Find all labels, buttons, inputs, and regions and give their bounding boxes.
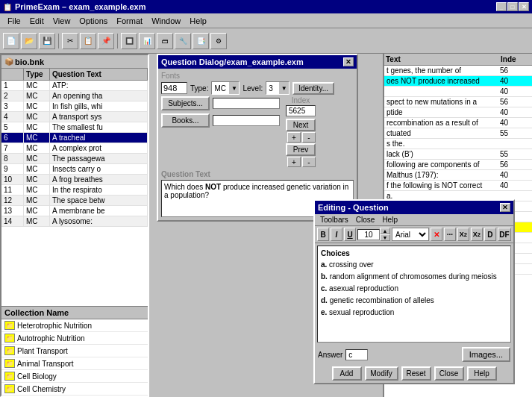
collection-item[interactable]: 📁 Heterotrophic Nutrition <box>1 319 148 332</box>
table-row[interactable]: 2 MC An opening tha <box>1 91 148 101</box>
tb4[interactable]: 📊 <box>139 33 155 49</box>
data-row[interactable]: recombination as a result of 40 <box>384 118 532 128</box>
table-row[interactable]: 3 MC In fish gills, whi <box>1 101 148 112</box>
collection-item[interactable]: 📁 Autotrophic Nutrition <box>1 332 148 345</box>
tb5[interactable]: 🗃 <box>157 33 173 49</box>
collection-item[interactable]: 📁 Cell Chemistry <box>1 383 148 396</box>
spinner-down[interactable]: ▼ <box>380 234 390 241</box>
subjects-input[interactable] <box>213 98 280 109</box>
tb6[interactable]: 🔧 <box>175 33 191 49</box>
table-row[interactable]: 5 MC The smallest fu <box>1 122 148 133</box>
table-row[interactable]: 9 MC Insects carry o <box>1 164 148 175</box>
type-arrow[interactable]: ▼ <box>228 82 239 94</box>
row-text: In the respirato <box>50 185 148 195</box>
new-btn[interactable]: 📄 <box>3 33 19 49</box>
subjects-button[interactable]: Subjects... <box>161 96 210 110</box>
close-btn[interactable]: ✕ <box>519 2 529 11</box>
data-row[interactable]: 40 <box>384 87 532 97</box>
row-num: 2 <box>1 91 24 101</box>
choices-content[interactable]: Choicesa. crossing overb. random alignme… <box>317 246 511 343</box>
table-row[interactable]: 8 MC The passagewa <box>1 154 148 164</box>
bold-btn[interactable]: B <box>317 228 329 241</box>
menu-edit[interactable]: Edit <box>25 15 48 27</box>
tb8[interactable]: ⚙ <box>210 33 227 49</box>
table-row[interactable]: 11 MC In the respirato <box>1 185 148 196</box>
next-button[interactable]: Next <box>286 119 316 131</box>
modify-button[interactable]: Modify <box>365 366 398 381</box>
d-btn[interactable]: D <box>484 228 496 241</box>
identity-button[interactable]: Identity... <box>292 82 334 95</box>
menu-options[interactable]: Options <box>75 15 112 27</box>
data-row[interactable]: t genes, the number of 56 <box>384 66 532 76</box>
editing-dialog-close[interactable]: ✕ <box>500 203 510 212</box>
collection-item[interactable]: 📁 Animal Transport <box>1 357 148 370</box>
ellipsis-btn[interactable]: ··· <box>444 228 456 241</box>
tb3[interactable]: 🔲 <box>121 33 137 49</box>
open-btn[interactable]: 📂 <box>21 33 37 49</box>
font-size-input[interactable] <box>161 82 187 94</box>
next-plus[interactable]: + <box>287 132 301 143</box>
books-button[interactable]: Books... <box>161 113 210 128</box>
paste-btn[interactable]: 📌 <box>98 33 114 49</box>
collection-item[interactable]: 📁 Cell Biology <box>1 370 148 383</box>
prev-minus[interactable]: - <box>302 157 316 167</box>
menu-view[interactable]: View <box>48 15 75 27</box>
maximize-btn[interactable]: □ <box>507 2 518 11</box>
font-select[interactable]: Arial <box>392 228 429 241</box>
collection-item[interactable]: 📁 Plant Transport <box>1 345 148 357</box>
type-select[interactable]: MC ▼ <box>211 81 240 95</box>
data-row[interactable]: following are components of 56 <box>384 160 532 170</box>
reset-button[interactable]: Reset <box>401 366 431 381</box>
table-row[interactable]: 14 MC A lysosome: <box>1 216 148 227</box>
minimize-btn[interactable]: _ <box>496 2 507 11</box>
books-input[interactable] <box>213 115 280 126</box>
superscript-btn[interactable]: X2 <box>457 228 469 241</box>
spinner-up[interactable]: ▲ <box>380 228 390 234</box>
menu-window[interactable]: Window <box>147 15 185 27</box>
table-row[interactable]: 13 MC A membrane be <box>1 206 148 216</box>
next-minus[interactable]: - <box>302 132 316 143</box>
data-row[interactable]: s the. <box>384 139 532 149</box>
prev-button[interactable]: Prev <box>286 143 316 156</box>
underline-btn[interactable]: U <box>344 228 356 241</box>
table-row[interactable]: 6 MC A tracheal <box>1 133 148 143</box>
save-btn[interactable]: 💾 <box>39 33 55 49</box>
table-row[interactable]: 1 MC ATP: <box>1 81 148 91</box>
data-row[interactable]: f the following is NOT correct 40 <box>384 181 532 191</box>
menu-help[interactable]: Help <box>185 15 211 27</box>
data-row[interactable]: ptide 40 <box>384 107 532 118</box>
edit-menu-close[interactable]: Close <box>353 215 378 225</box>
images-button[interactable]: Images... <box>462 347 510 362</box>
table-row[interactable]: 7 MC A complex prot <box>1 143 148 154</box>
df-btn[interactable]: DF <box>498 228 511 241</box>
index-input[interactable] <box>286 105 316 116</box>
level-select[interactable]: 3 ▼ <box>266 81 290 95</box>
tb7[interactable]: 📑 <box>193 33 209 49</box>
help-button[interactable]: Help <box>467 366 497 381</box>
cut-btn[interactable]: ✂ <box>62 33 78 49</box>
answer-input[interactable] <box>345 349 368 360</box>
panel-title-text: bio.bnk <box>15 57 44 66</box>
table-row[interactable]: 10 MC A frog breathes <box>1 175 148 185</box>
data-row[interactable]: ctuated 55 <box>384 128 532 139</box>
table-row[interactable]: 12 MC The space betw <box>1 196 148 206</box>
font-size-spinner: 10 ▲ ▼ <box>357 228 390 241</box>
copy-btn[interactable]: 📋 <box>80 33 96 49</box>
menu-format[interactable]: Format <box>112 15 147 27</box>
italic-btn[interactable]: I <box>331 228 342 241</box>
prev-plus[interactable]: + <box>287 157 301 167</box>
close-button[interactable]: Close <box>434 366 464 381</box>
delete-btn[interactable]: ✕ <box>431 228 442 241</box>
data-row[interactable]: oes NOT produce increased 40 <box>384 76 532 87</box>
menu-file[interactable]: File <box>3 15 25 27</box>
question-dialog-close[interactable]: ✕ <box>343 57 354 66</box>
subscript-btn[interactable]: X2 <box>471 228 483 241</box>
data-row[interactable]: Malthus (1797): 40 <box>384 170 532 181</box>
data-row[interactable]: spect to new mutations in a 56 <box>384 97 532 107</box>
level-arrow[interactable]: ▼ <box>278 82 289 94</box>
edit-menu-help[interactable]: Help <box>379 215 401 225</box>
table-row[interactable]: 4 MC A transport sys <box>1 112 148 122</box>
data-row[interactable]: lack (B') 55 <box>384 149 532 160</box>
edit-menu-toolbars[interactable]: Toolbars <box>317 215 351 225</box>
add-button[interactable]: Add <box>332 366 362 381</box>
